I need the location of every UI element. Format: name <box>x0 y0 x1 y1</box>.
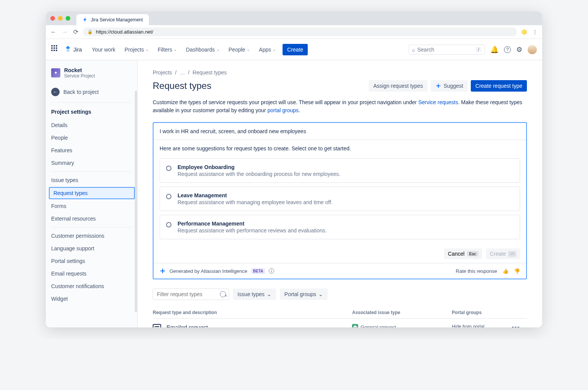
thumbs-down-icon[interactable]: 👎 <box>514 268 520 274</box>
tab-title: Jira Service Management <box>91 17 143 23</box>
suggestion-description: Request assistance with the onboarding p… <box>178 171 340 177</box>
beta-badge: BETA <box>251 268 265 274</box>
suggestion-item[interactable]: Performance ManagementRequest assistance… <box>160 215 520 239</box>
chevron-down-icon: ⌄ <box>273 47 276 52</box>
sidebar-item-people[interactable]: People <box>46 132 136 144</box>
chevron-down-icon: ⌄ <box>216 47 220 52</box>
intro-text: Customize the types of service requests … <box>153 98 527 114</box>
table-header: Request type and description Associated … <box>153 307 527 319</box>
browser-url-bar: ← → ⟳ 🔒 https://cloud.atlassian.net/ ⋮ <box>46 25 542 39</box>
email-icon <box>153 324 161 327</box>
sidebar-item-widget[interactable]: Widget <box>46 293 136 305</box>
suggestion-title: Leave Management <box>178 192 333 198</box>
ai-suggestion-panel: I work in HR and recruit, screen, and on… <box>153 122 527 279</box>
reload-icon[interactable]: ⟳ <box>73 28 78 35</box>
notifications-icon[interactable]: 🔔 <box>490 45 499 54</box>
portal-groups-link[interactable]: portal groups <box>267 107 299 113</box>
rate-label: Rate this response <box>456 268 497 274</box>
suggestion-title: Employee Onboarding <box>178 164 340 170</box>
nav-item-people[interactable]: People⌄ <box>226 44 253 55</box>
sparkle-icon <box>160 268 166 274</box>
sidebar-item-request-types[interactable]: Request types <box>49 187 135 199</box>
search-input[interactable]: ⌕ Search / <box>409 45 485 55</box>
nav-item-projects[interactable]: Projects⌄ <box>121 44 152 55</box>
filter-row: Issue types ⌄ Portal groups ⌄ <box>153 288 527 300</box>
suggestion-item[interactable]: Leave ManagementRequest assistance with … <box>160 187 520 211</box>
suggestion-description: Request assistance with managing employe… <box>178 199 333 205</box>
jira-top-nav: Jira Your workProjects⌄Filters⌄Dashboard… <box>46 39 542 60</box>
minimize-window-icon[interactable] <box>58 16 63 21</box>
forward-icon[interactable]: → <box>62 29 68 35</box>
sidebar-item-language-support[interactable]: Language support <box>46 242 136 255</box>
sidebar-item-summary[interactable]: Summary <box>46 157 136 169</box>
nav-item-dashboards[interactable]: Dashboards⌄ <box>183 44 223 55</box>
back-to-project-link[interactable]: ← Back to project <box>46 84 137 100</box>
ai-instruction: Here are some suggestions for request ty… <box>153 140 526 155</box>
radio-icon[interactable] <box>166 222 171 227</box>
sidebar-item-external-resources[interactable]: External resources <box>46 213 136 225</box>
maximize-window-icon[interactable] <box>66 16 70 21</box>
sidebar-item-customer-notifications[interactable]: Customer notifications <box>46 280 136 292</box>
issue-types-filter[interactable]: Issue types ⌄ <box>233 288 276 300</box>
info-icon[interactable]: i <box>269 268 274 274</box>
create-button-disabled: Create ⏎ <box>486 248 520 259</box>
suggest-button[interactable]: Suggest <box>431 80 468 92</box>
window-controls <box>50 16 70 21</box>
filter-request-types-input[interactable] <box>153 288 229 300</box>
main-content: Projects / … / Request types Request typ… <box>137 60 542 327</box>
nav-item-your-work[interactable]: Your work <box>89 44 119 55</box>
sidebar-item-forms[interactable]: Forms <box>46 200 136 212</box>
back-icon[interactable]: ← <box>50 29 57 35</box>
url-text: https://cloud.atlassian.net/ <box>96 29 153 35</box>
suggestion-item[interactable]: Employee OnboardingRequest assistance wi… <box>160 158 520 183</box>
project-settings-heading: Project settings <box>46 105 137 119</box>
col-header: Portal groups <box>452 310 512 315</box>
address-bar[interactable]: 🔒 https://cloud.atlassian.net/ <box>83 27 517 36</box>
issue-type-label: General request <box>360 324 396 328</box>
sidebar-item-email-requests[interactable]: Email requests <box>46 268 136 280</box>
service-requests-link[interactable]: Service requests <box>418 99 458 105</box>
search-shortcut: / <box>476 47 481 52</box>
project-header: ✦ Rocket Service Project <box>46 60 137 84</box>
settings-icon[interactable]: ⚙ <box>516 45 522 54</box>
project-type: Service Project <box>64 73 95 79</box>
user-avatar[interactable] <box>528 45 537 54</box>
nav-item-filters[interactable]: Filters⌄ <box>155 44 180 55</box>
page-title: Request types <box>153 81 211 91</box>
sidebar-item-customer-permissions[interactable]: Customer permissions <box>46 230 136 242</box>
ai-prompt-text: I work in HR and recruit, screen, and on… <box>153 123 526 140</box>
app-switcher-icon[interactable] <box>51 45 60 54</box>
cancel-button[interactable]: Cancel Esc <box>444 248 482 259</box>
esc-key-hint: Esc <box>467 251 478 256</box>
sidebar-item-portal-settings[interactable]: Portal settings <box>46 255 136 267</box>
assign-request-types-button[interactable]: Assign request types <box>369 80 428 92</box>
create-request-type-button[interactable]: Create request type <box>471 80 527 92</box>
sidebar-item-features[interactable]: Features <box>46 144 136 156</box>
suggestion-title: Performance Management <box>178 221 327 227</box>
thumbs-up-icon[interactable]: 👍 <box>502 268 509 274</box>
close-window-icon[interactable] <box>50 16 55 21</box>
jira-logo[interactable]: Jira <box>64 46 82 53</box>
profile-indicator-icon[interactable] <box>522 29 527 35</box>
help-icon[interactable]: ? <box>504 46 511 53</box>
sidebar-item-details[interactable]: Details <box>46 119 136 131</box>
project-icon: ✦ <box>51 68 60 77</box>
browser-tabbar: Jira Service Management <box>46 11 542 25</box>
browser-menu-icon[interactable]: ⋮ <box>532 29 538 35</box>
create-button[interactable]: Create <box>283 44 308 55</box>
table-row[interactable]: Emailed request Request received from yo… <box>153 319 527 327</box>
breadcrumb-item: Request types <box>192 69 227 76</box>
project-name: Rocket <box>64 67 95 73</box>
nav-item-apps[interactable]: Apps⌄ <box>256 44 279 55</box>
breadcrumb-item[interactable]: Projects <box>153 69 172 76</box>
chevron-down-icon: ⌄ <box>247 47 250 52</box>
issue-type-icon: 💬 <box>352 324 358 327</box>
sidebar-item-issue-types[interactable]: Issue types <box>46 174 136 186</box>
radio-icon[interactable] <box>166 166 171 171</box>
row-title: Emailed request <box>166 324 279 327</box>
breadcrumb-item[interactable]: … <box>179 69 185 76</box>
radio-icon[interactable] <box>166 194 171 199</box>
browser-tab[interactable]: Jira Service Management <box>76 14 149 26</box>
row-actions-icon[interactable]: ••• <box>512 324 527 327</box>
portal-groups-filter[interactable]: Portal groups ⌄ <box>280 288 328 300</box>
